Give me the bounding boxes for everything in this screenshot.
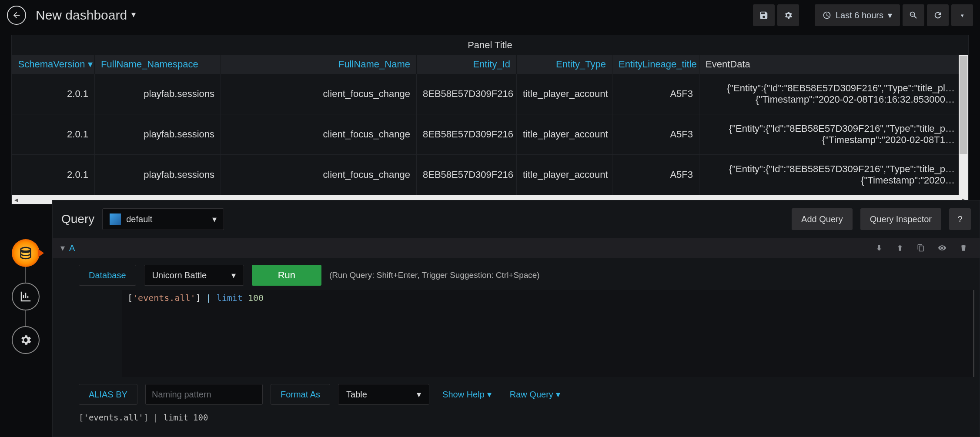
time-range-picker[interactable]: Last 6 hours ▾ [815, 4, 900, 26]
dashboard-title: New dashboard [36, 8, 127, 23]
zoom-out-icon [909, 10, 918, 20]
table-cell: client_focus_change [221, 114, 417, 155]
copy-icon [917, 244, 925, 252]
toggle-visibility-button[interactable] [933, 244, 951, 252]
duplicate-button[interactable] [913, 244, 929, 252]
table-cell: 8EB58E57D309F216 [417, 114, 517, 155]
run-button[interactable]: Run [252, 265, 321, 286]
table-cell: A5F3 [612, 74, 699, 114]
datasource-logo-icon [110, 213, 121, 225]
col-fullname-name[interactable]: FullName_Name [221, 55, 417, 74]
database-label: Database [79, 265, 136, 286]
query-inspector-button[interactable]: Query Inspector [860, 208, 941, 230]
table-cell: playfab.sessions [95, 74, 221, 114]
chevron-down-icon: ▾ [131, 9, 136, 20]
clock-icon [823, 11, 831, 20]
table-cell: title_player_account [517, 114, 612, 155]
move-up-button[interactable] [892, 244, 908, 252]
chevron-down-icon: ▾ [888, 10, 892, 20]
table-cell: 2.0.1 [12, 74, 95, 114]
collapse-icon[interactable]: ▾ [60, 243, 65, 253]
table-cell: {"Entity":{"Id":"8EB58E57D309F216","Type… [699, 114, 968, 155]
query-row-header: ▾ A [53, 238, 980, 258]
run-hint: (Run Query: Shift+Enter, Trigger Suggest… [329, 270, 540, 280]
table-cell: 2.0.1 [12, 114, 95, 155]
query-code-editor[interactable]: ['events.all'] | limit 100 [122, 290, 974, 377]
chevron-down-icon: ▾ [487, 389, 492, 400]
database-icon [18, 246, 33, 260]
time-range-label: Last 6 hours [836, 10, 883, 20]
format-as-label: Format As [271, 384, 330, 405]
zoom-out-button[interactable] [903, 4, 924, 26]
gear-icon [783, 10, 793, 20]
query-editor: Query default ▾ Add Query Query Inspecto… [52, 200, 980, 437]
chart-icon [19, 290, 32, 303]
chevron-down-icon: ▾ [212, 214, 217, 224]
table-cell: 8EB58E57D309F216 [417, 74, 517, 114]
vertical-scrollbar[interactable] [959, 55, 968, 195]
settings-button[interactable] [777, 4, 799, 26]
alias-by-label: ALIAS BY [79, 384, 137, 405]
table-cell: client_focus_change [221, 155, 417, 195]
table-cell: 2.0.1 [12, 155, 95, 195]
tab-visualization[interactable] [12, 283, 40, 310]
database-select[interactable]: Unicorn Battle ▾ [144, 265, 244, 286]
table-row: 2.0.1playfab.sessionsclient_focus_change… [12, 114, 968, 155]
chevron-down-icon: ▾ [961, 12, 964, 19]
table-header-row: SchemaVersion ▾ FullName_Namespace FullN… [12, 55, 968, 74]
table-cell: client_focus_change [221, 74, 417, 114]
refresh-icon [933, 10, 943, 20]
col-entity-type[interactable]: Entity_Type [517, 55, 612, 74]
col-entity-id[interactable]: Entity_Id [417, 55, 517, 74]
table-cell: playfab.sessions [95, 114, 221, 155]
table-cell: playfab.sessions [95, 155, 221, 195]
add-query-button[interactable]: Add Query [792, 208, 853, 230]
scroll-left-icon[interactable]: ◂ [12, 196, 20, 204]
table-cell: title_player_account [517, 74, 612, 114]
help-button[interactable]: ? [949, 208, 971, 230]
data-table: SchemaVersion ▾ FullName_Namespace FullN… [12, 55, 968, 195]
refresh-button[interactable] [927, 4, 949, 26]
table-cell: A5F3 [612, 155, 699, 195]
table-cell: {"Entity":{"Id":"8EB58E57D309F216","Type… [699, 74, 968, 114]
trash-icon [960, 244, 967, 252]
table-row: 2.0.1playfab.sessionsclient_focus_change… [12, 74, 968, 114]
raw-query-toggle[interactable]: Raw Query▾ [505, 389, 565, 400]
back-arrow-icon [12, 10, 21, 20]
table-cell: A5F3 [612, 114, 699, 155]
gear-icon [19, 334, 32, 347]
top-nav: New dashboard ▾ Last 6 hours ▾ ▾ [0, 0, 980, 30]
chevron-down-icon: ▾ [417, 389, 421, 400]
sort-desc-icon: ▾ [88, 59, 93, 70]
dashboard-title-picker[interactable]: New dashboard ▾ [36, 8, 136, 23]
editor-tab-rail [10, 239, 41, 354]
back-button[interactable] [7, 6, 26, 25]
show-help-toggle[interactable]: Show Help▾ [437, 389, 497, 400]
alias-input[interactable] [145, 384, 263, 405]
move-down-button[interactable] [871, 244, 887, 252]
raw-query-text: ['events.all'] | limit 100 [53, 408, 980, 427]
datasource-name: default [126, 214, 152, 224]
refresh-interval-picker[interactable]: ▾ [951, 4, 973, 26]
panel-title: Panel Title [12, 35, 968, 55]
query-row-letter: A [69, 243, 75, 253]
tab-queries[interactable] [12, 239, 40, 267]
table-row: 2.0.1playfab.sessionsclient_focus_change… [12, 155, 968, 195]
chevron-down-icon: ▾ [556, 389, 560, 400]
chevron-down-icon: ▾ [231, 270, 236, 280]
eye-icon [938, 244, 947, 252]
datasource-picker[interactable]: default ▾ [102, 208, 224, 230]
tab-general[interactable] [12, 326, 40, 354]
arrow-up-icon [896, 244, 904, 252]
table-cell: title_player_account [517, 155, 612, 195]
save-button[interactable] [753, 4, 775, 26]
col-fullname-namespace[interactable]: FullName_Namespace [95, 55, 221, 74]
save-icon [759, 10, 769, 20]
arrow-down-icon [875, 244, 883, 252]
table-cell: 8EB58E57D309F216 [417, 155, 517, 195]
format-as-select[interactable]: Table ▾ [338, 384, 429, 405]
col-schemaversion[interactable]: SchemaVersion ▾ [12, 55, 95, 74]
remove-query-button[interactable] [955, 244, 972, 252]
col-eventdata[interactable]: EventData [699, 55, 968, 74]
col-entitylineage-title[interactable]: EntityLineage_title [612, 55, 699, 74]
